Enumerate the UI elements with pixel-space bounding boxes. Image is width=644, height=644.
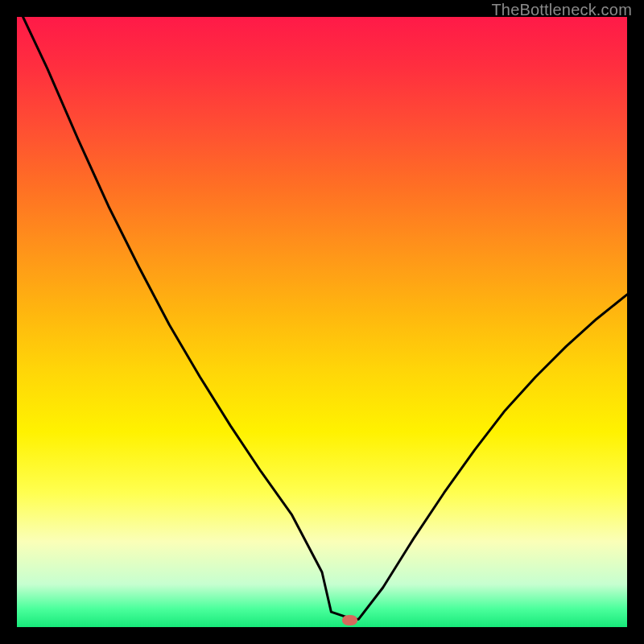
chart-container: TheBottleneck.com [0,0,644,644]
watermark-text: TheBottleneck.com [491,1,632,19]
plot-background [17,17,627,627]
optimal-point-marker [342,615,357,625]
